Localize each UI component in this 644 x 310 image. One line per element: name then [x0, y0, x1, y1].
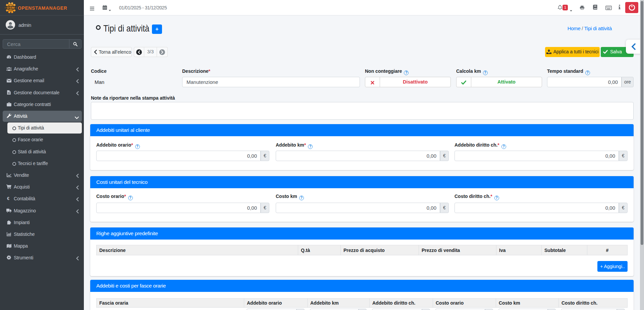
svg-text:OSM: OSM [7, 6, 15, 9]
svg-text:€: € [7, 196, 9, 201]
